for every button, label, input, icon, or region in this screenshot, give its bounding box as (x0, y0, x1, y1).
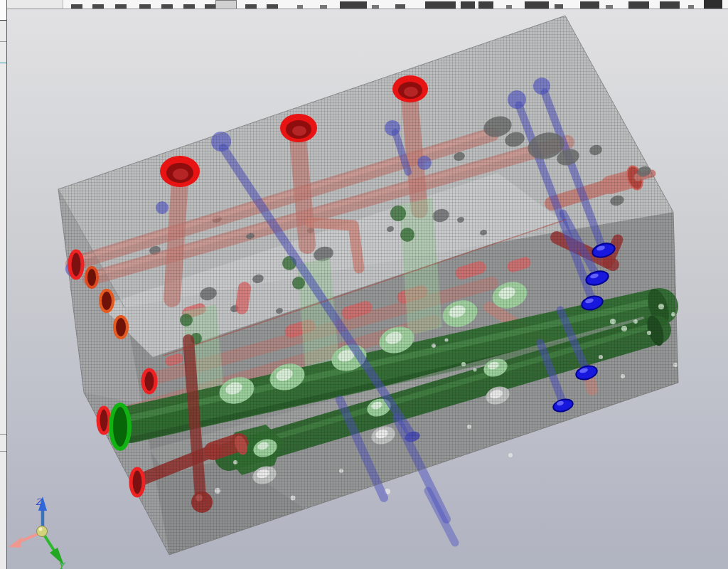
toolbar-button[interactable] (215, 0, 237, 9)
toolbar-button[interactable] (461, 1, 475, 9)
toolbar-button[interactable] (139, 4, 151, 9)
toolbar-button[interactable] (161, 4, 173, 9)
left-panel-header (0, 0, 6, 21)
toolbar-button[interactable] (372, 5, 379, 9)
toolbar-button[interactable] (92, 4, 104, 9)
toolbar-button[interactable] (660, 1, 680, 9)
toolbar-button[interactable] (425, 1, 456, 9)
panel-divider (0, 63, 6, 63)
toolbar-button[interactable] (628, 1, 649, 9)
face-dot (508, 453, 513, 457)
side-port-red[interactable] (98, 408, 109, 433)
trumpet-port-red-inner (173, 169, 188, 180)
toolbar-button[interactable] (71, 4, 82, 9)
toolbar-button[interactable] (506, 5, 512, 9)
side-port-orange[interactable] (100, 290, 113, 312)
panel-divider (0, 41, 6, 42)
side-port-red[interactable] (70, 251, 82, 278)
toolbar-button[interactable] (297, 5, 303, 9)
panel-divider (0, 451, 6, 452)
toolbar-button[interactable] (205, 4, 216, 9)
side-port-orange[interactable] (114, 317, 127, 338)
toolbar-button[interactable] (688, 5, 694, 9)
toolbar-button[interactable] (704, 0, 722, 9)
toolbar-button[interactable] (606, 5, 613, 9)
toolbar-button[interactable] (320, 5, 327, 9)
toolbar-corner (0, 0, 63, 9)
toolbar-button[interactable] (555, 4, 563, 9)
panel-divider (0, 434, 6, 435)
trumpet-port-red-inner (404, 87, 418, 97)
left-panel-splitter[interactable] (0, 0, 7, 569)
cad-application-window: Z Y (0, 0, 728, 569)
side-port-red[interactable] (143, 370, 156, 393)
toolbar-button[interactable] (245, 4, 257, 9)
triad-origin-highlight (39, 528, 43, 531)
toolbar-button[interactable] (183, 4, 195, 9)
toolbar-button[interactable] (525, 1, 549, 9)
triad-origin (37, 526, 48, 537)
top-toolbar (0, 0, 728, 9)
toolbar-button[interactable] (395, 4, 405, 9)
toolbar-button[interactable] (115, 4, 127, 9)
toolbar-button[interactable] (478, 1, 493, 9)
viewport-3d[interactable]: Z Y (0, 0, 728, 569)
side-port-red[interactable] (131, 469, 144, 496)
toolbar-button[interactable] (340, 1, 367, 9)
side-port-orange[interactable] (86, 267, 97, 287)
toolbar-button[interactable] (267, 4, 278, 9)
toolbar-button[interactable] (580, 1, 599, 9)
side-port-green[interactable] (111, 405, 129, 449)
trumpet-port-red-inner (292, 126, 306, 136)
